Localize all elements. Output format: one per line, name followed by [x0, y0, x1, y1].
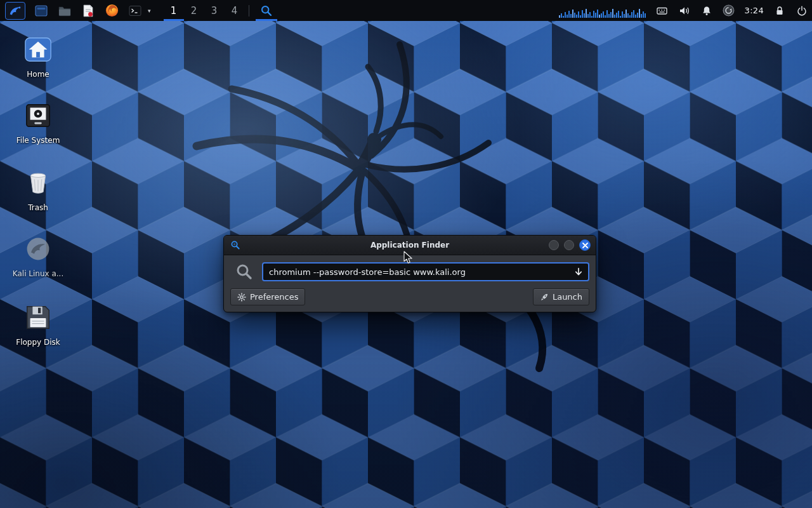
lock-screen-icon[interactable] [773, 4, 786, 18]
desktop-icon-label: Kali Linux a... [13, 269, 63, 278]
kali-menu-button[interactable] [5, 2, 25, 20]
updater-icon[interactable] [723, 4, 735, 18]
panel-launchers: ▾ [33, 3, 151, 19]
floppy-disk-icon [23, 302, 53, 333]
launch-label: Launch [553, 292, 582, 302]
files-app-icon[interactable] [33, 3, 49, 19]
dialog-body: Preferences Launch [224, 255, 596, 312]
cpu-graph[interactable] [559, 4, 646, 18]
screen: ▾ 1 2 3 4 [0, 0, 812, 508]
text-editor-icon[interactable] [80, 3, 96, 19]
window-buttons [549, 239, 591, 251]
top-panel: ▾ 1 2 3 4 [0, 0, 812, 21]
preferences-button[interactable]: Preferences [230, 288, 305, 305]
desktop-icon-home[interactable]: Home [6, 34, 70, 79]
application-finder-window: Application Finder [223, 235, 596, 312]
desktop-icon-label: Home [27, 70, 49, 79]
workspace-switcher: 1 2 3 4 [164, 0, 245, 21]
desktop-icon-kali-linux[interactable]: Kali Linux a... [6, 234, 70, 278]
system-tray: 3:24 [559, 4, 808, 18]
app-finder-task-icon [260, 4, 273, 17]
taskbar-application-finder[interactable] [256, 0, 277, 21]
launch-button[interactable]: Launch [533, 288, 589, 305]
desktop-icon-label: Trash [28, 203, 48, 212]
home-icon [23, 34, 53, 65]
launch-icon [540, 293, 549, 302]
button-row: Preferences Launch [230, 288, 589, 305]
desktop-icon-label: Floppy Disk [16, 338, 60, 347]
window-title: Application Finder [224, 236, 596, 255]
panel-separator [249, 5, 249, 17]
workspace-2[interactable]: 2 [184, 0, 204, 21]
desktop-icon-file-system[interactable]: File System [6, 100, 70, 145]
search-icon [235, 263, 253, 281]
notification-bell-icon[interactable] [700, 4, 713, 18]
gear-icon [237, 293, 246, 302]
desktop-icon-floppy-disk[interactable]: Floppy Disk [6, 302, 70, 347]
kali-app-icon [23, 234, 53, 264]
volume-icon[interactable] [678, 4, 691, 18]
preferences-label: Preferences [250, 292, 298, 302]
terminal-dropdown-chevron[interactable]: ▾ [148, 8, 151, 14]
kali-logo-icon [8, 4, 22, 18]
close-icon [582, 243, 588, 248]
close-button[interactable] [579, 239, 591, 251]
titlebar[interactable]: Application Finder [224, 236, 596, 255]
command-input[interactable] [263, 267, 588, 277]
firefox-icon[interactable] [103, 3, 120, 19]
minimize-button[interactable] [549, 240, 559, 250]
keyboard-icon[interactable] [656, 4, 669, 18]
workspace-1[interactable]: 1 [164, 0, 184, 21]
terminal-icon[interactable] [127, 3, 143, 19]
history-dropdown-icon[interactable] [573, 267, 584, 279]
panel-clock[interactable]: 3:24 [745, 6, 764, 15]
file-manager-icon[interactable] [56, 3, 73, 19]
maximize-button[interactable] [564, 240, 574, 250]
workspace-3[interactable]: 3 [204, 0, 225, 21]
trash-icon [23, 168, 53, 198]
search-row [230, 262, 589, 281]
logout-power-icon[interactable] [796, 4, 808, 18]
desktop-icon-label: File System [16, 136, 60, 145]
command-input-wrap [262, 262, 589, 281]
desktop-icon-trash[interactable]: Trash [6, 168, 70, 212]
workspace-4[interactable]: 4 [225, 0, 245, 21]
file-system-icon [23, 100, 53, 131]
